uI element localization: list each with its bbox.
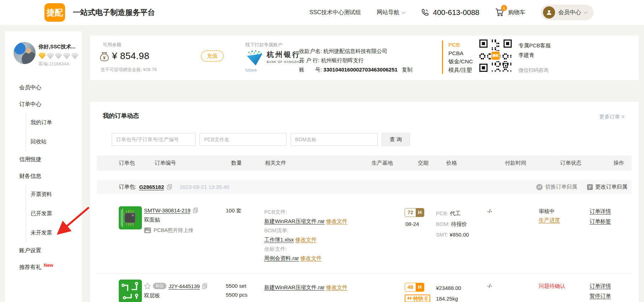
pay-time: -/- (487, 283, 492, 289)
copy-icon[interactable] (167, 184, 172, 190)
coord-file-link[interactable]: 周例会资料.rar (264, 255, 299, 261)
qr-finder-icon (479, 64, 488, 72)
pcb-file-modify-link[interactable]: 修改文件 (326, 218, 347, 224)
query-button[interactable]: 查 询 (382, 133, 410, 146)
pay-time: -/- (487, 208, 492, 214)
col-header-due: 交期 (399, 160, 433, 166)
order-status-cell: 问题待确认 (536, 274, 587, 302)
cart-icon[interactable]: 6 (495, 7, 505, 17)
pcb-board-thumbnail[interactable] (119, 280, 142, 302)
top-bar: 捷配 一站式电子制造服务平台 SSC技术中心测试组 网站导航 400-613-0… (0, 0, 644, 25)
offline-account-title: 线下打款专属账户 (245, 42, 282, 48)
col-header-pay-time: 付款时间 (484, 160, 536, 166)
balance-amount: ¥ 854.98 (112, 51, 149, 62)
order-detail-link[interactable]: 订单详情 (590, 208, 632, 215)
price-smt-label: SMT: (436, 232, 448, 238)
jiepei-logo[interactable]: 捷配 (44, 3, 65, 22)
new-badge: New (44, 263, 53, 268)
sidebar-item-finance[interactable]: 财务信息 (5, 168, 82, 185)
package-number-link[interactable]: G2865182 (139, 184, 164, 190)
switch-owner-button[interactable]: ⇄ 切换订单归属 (536, 184, 577, 190)
service-item-mold-injection[interactable]: 模具/注塑 (448, 66, 473, 74)
pcb-filename-input[interactable] (199, 133, 287, 146)
standard-product-badge: 标品 (153, 283, 166, 289)
order-status: 问题待确认 (539, 283, 587, 290)
switch-owner-icon: ⇄ (536, 184, 543, 190)
sidebar-item-referral[interactable]: 推荐有礼 New (5, 259, 82, 276)
pcba-photo-status: PCBA照片待上传 (144, 227, 216, 234)
orders-table-header: 订单包 订单编号 数量 相关文件 生产基地 交期 价格 付款时间 订单状态 操作 (97, 155, 632, 171)
service-item-pcba[interactable]: PCBA (448, 49, 473, 58)
coord-file-label: 坐标文件: (264, 246, 287, 252)
package-datetime: 2023-08-21 13:35:40 (180, 184, 229, 190)
pcb-file-link[interactable]: 新建WinRAR压缩文件.rar (264, 284, 325, 290)
site-nav-menu[interactable]: 网站导航 (377, 9, 405, 16)
coord-file-modify-link[interactable]: 修改文件 (300, 255, 322, 261)
member-center-label: 会员中心 (558, 9, 581, 16)
pcb-file-link[interactable]: 新建WinRAR压缩文件.rar (264, 218, 325, 224)
sidebar-item-member-center[interactable]: 会员中心 (5, 79, 82, 96)
pcb-file-modify-link[interactable]: 修改文件 (326, 284, 347, 290)
team-name[interactable]: SSC技术中心测试组 (309, 9, 361, 16)
bom-name-input[interactable] (291, 133, 378, 146)
pcb-board-thumbnail[interactable] (119, 206, 142, 229)
recharge-button[interactable]: 充值 (201, 51, 224, 62)
col-header-qty: 数量 (219, 160, 255, 166)
order-quantity: 100 套 (226, 207, 241, 213)
package-actions: ⇄ 切换订单归属 更改订单归属 (536, 184, 632, 190)
bank-logo: hzbank 杭州银行 BANK OF HANGZHOU (245, 50, 304, 72)
user-avatar[interactable] (14, 42, 36, 64)
board-type: 双层板 (144, 292, 216, 299)
support-title: 专属PCB客服 (518, 41, 551, 50)
bom-file-link[interactable]: 工作簿1.xlsx (264, 237, 294, 243)
order-qty-cell: 5500 set 5500 pcs (219, 274, 255, 302)
qr-alignment-icon (503, 63, 508, 68)
cart-button[interactable]: 6 购物车 (495, 7, 525, 17)
orders-title: 我的订单动态 (103, 112, 139, 120)
more-orders-link[interactable]: 更多订单 > (600, 113, 625, 120)
price-bom-value: 待报价 (451, 221, 467, 227)
sidebar-item-recycle-bin[interactable]: 回收站 (26, 132, 82, 151)
change-owner-button[interactable]: 更改订单归属 (587, 184, 627, 190)
customer-code: 客编:J118634A (38, 61, 82, 67)
order-package-row: 订单包: G2865182 2023-08-21 13:35:40 ⇄ 切换订单… (97, 180, 632, 194)
order-weight: 184.25kg (436, 293, 484, 302)
sidebar-item-invoiced[interactable]: 已开发票 (26, 204, 82, 223)
cart-count-badge: 6 (501, 5, 507, 11)
balance-card: 可用余额 ¥ ¥ 854.98 含不可提现赠送金额: ¥26.79 充值 线下打… (90, 36, 639, 80)
order-status: 审核中 (539, 208, 587, 215)
order-number-link[interactable]: SMTW-380814-219 (144, 207, 191, 213)
order-paytime-cell: -/- (484, 194, 536, 273)
sidebar-item-account-settings[interactable]: 账户设置 (5, 242, 82, 259)
sidebar-item-not-invoiced[interactable]: 未开发票 (26, 223, 82, 242)
sidebar-item-my-orders[interactable]: 我的订单 (26, 113, 82, 132)
copy-account-button[interactable]: 复制 (402, 67, 413, 73)
copy-icon[interactable] (193, 207, 198, 213)
speed-lines-icon (425, 297, 428, 300)
phone-number: 400-613-0088 (433, 8, 479, 17)
member-center-menu[interactable]: 会员中心 (541, 5, 594, 20)
star-icon[interactable] (144, 283, 151, 289)
switch-owner-label: 切换订单归属 (545, 184, 577, 190)
sidebar-item-invoice-info[interactable]: 开票资料 (26, 185, 82, 204)
copy-icon[interactable] (202, 283, 208, 289)
order-detail-link[interactable]: 订单详情 (590, 283, 632, 290)
order-number-link[interactable]: J2Y-4445139 (169, 283, 200, 289)
pause-order-link[interactable]: 暂停订单 (590, 293, 632, 300)
bom-file-modify-link[interactable]: 修改文件 (296, 237, 317, 243)
order-label-link[interactable]: 订单标签 (590, 218, 632, 225)
member-avatar-icon (543, 6, 555, 18)
service-item-pcb[interactable]: PCB (448, 41, 473, 49)
service-item-sheetmetal-cnc[interactable]: 钣金/CNC (448, 57, 473, 66)
order-number-input[interactable] (112, 133, 196, 146)
lead-unit: H (416, 208, 424, 217)
sidebar-item-order-center[interactable]: 订单中心 (5, 96, 82, 113)
diamond-icon (55, 53, 62, 59)
chevron-down-icon (402, 10, 406, 14)
greeting-text: 你好,SSC技术... (38, 43, 82, 50)
order-actions-cell: 订单详情 订单标签 (587, 194, 632, 273)
production-progress-link[interactable]: 生产进度 (539, 217, 560, 223)
orders-card: 我的订单动态 更多订单 > 查 询 订单包 订单编号 数量 相关文件 生产基地 … (90, 102, 639, 302)
sidebar-item-credit[interactable]: 信用悦捷 (5, 151, 82, 168)
cart-label: 购物车 (508, 9, 525, 16)
